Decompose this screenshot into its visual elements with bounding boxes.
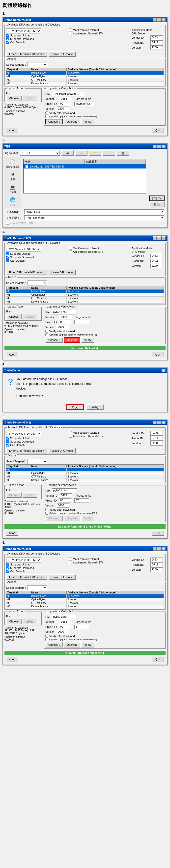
supports-download-check-5[interactable] <box>6 440 9 443</box>
upgrade-button-6[interactable]: Upgrade <box>64 642 80 648</box>
minimize-btn-3[interactable]: ─ <box>153 237 157 240</box>
readonly-check[interactable] <box>6 222 9 225</box>
upload-button-6[interactable]: Upload <box>23 619 37 624</box>
device-mode-select[interactable]: STM Device in DFU Mode <box>6 29 41 33</box>
device-mode-select-3[interactable]: STM Device in DFU Mode <box>6 247 41 252</box>
supports-download-check[interactable] <box>6 37 9 40</box>
sidebar-computer[interactable]: 💻 计算机 <box>5 183 20 195</box>
verify-after-check[interactable] <box>45 112 48 115</box>
upgrade-button-5[interactable]: Upgrade <box>64 516 80 521</box>
supports-download-check-6[interactable] <box>6 566 9 569</box>
choose-upload-button-6[interactable]: Choose <box>6 619 22 624</box>
verify-button-5[interactable]: Verify <box>81 516 94 521</box>
device-mode-select-5[interactable]: STM Device in DFU Mode <box>6 431 41 436</box>
supports-upload-check-6[interactable] <box>6 563 9 566</box>
can-detach-check-5[interactable] <box>6 443 9 446</box>
abort-button-6[interactable]: Abort <box>6 657 18 662</box>
filetype-select[interactable]: Dfu Files (*.dfu) <box>24 215 164 220</box>
upload-button-5[interactable]: Upload <box>23 492 37 498</box>
verify-after-check-3[interactable] <box>45 330 48 333</box>
quit-button-6[interactable]: Quit <box>152 657 164 662</box>
quit-button-5[interactable]: Quit <box>152 530 164 536</box>
upload-button[interactable]: Upload <box>23 96 37 101</box>
choose-upgrade-button-3[interactable]: Choose... <box>45 337 63 343</box>
list-view-btn[interactable]: ≡ <box>103 150 115 156</box>
upgrade-button-3[interactable]: Upgrade <box>64 337 80 343</box>
target-select-6[interactable] <box>28 585 47 590</box>
device-mode-select-6[interactable]: STM Device in DFU Mode <box>6 558 41 562</box>
leave-dfu-button[interactable]: Leave DFU mode <box>49 51 76 57</box>
target-select[interactable] <box>28 62 47 67</box>
open-button[interactable]: 打开(O) <box>149 195 165 201</box>
choose-upload-button[interactable]: Choose <box>6 96 22 101</box>
enter-dfu-button-5[interactable]: Enter DFU mode/HID detach <box>6 448 47 454</box>
leave-dfu-button-5[interactable]: Leave DFU mode <box>49 448 76 454</box>
optimize-check[interactable] <box>45 115 48 118</box>
quit-button[interactable]: Quit <box>152 128 164 133</box>
close-btn-3[interactable]: ✕ <box>162 237 166 240</box>
choose-upload-button-5[interactable]: Choose <box>6 492 22 498</box>
sidebar-desktop[interactable]: 🖥 桌面 <box>5 170 20 182</box>
accelerated-check-5[interactable] <box>69 435 72 438</box>
accelerated-check-3[interactable] <box>69 250 72 253</box>
optimize-check-3[interactable] <box>45 333 48 336</box>
maximize-btn[interactable]: □ <box>157 18 161 22</box>
manifestation-check-6[interactable] <box>69 558 72 560</box>
leave-dfu-button-3[interactable]: Leave DFU mode <box>49 270 76 275</box>
sidebar-recent[interactable]: 🕐 最近使用位置 <box>5 158 20 169</box>
leave-dfu-button-6[interactable]: Leave DFU mode <box>49 575 76 580</box>
enter-dfu-button[interactable]: Enter DFU mode/HID detach <box>6 51 47 57</box>
verify-button-3[interactable]: Verify <box>81 337 94 343</box>
abort-button[interactable]: Abort <box>6 128 18 133</box>
verify-button-6[interactable]: Verify <box>81 642 94 648</box>
accelerated-check-6[interactable] <box>69 561 72 564</box>
minimize-btn[interactable]: ─ <box>153 18 157 22</box>
maximize-btn-5[interactable]: □ <box>157 421 161 424</box>
minimize-btn-5[interactable]: ─ <box>153 421 157 424</box>
target-select-5[interactable] <box>28 459 47 464</box>
manifestation-check-5[interactable] <box>69 431 72 434</box>
choose-upload-button-3[interactable]: Choose <box>6 314 22 319</box>
close-btn-5[interactable]: ✕ <box>162 421 166 424</box>
maximize-btn-6[interactable]: □ <box>157 547 161 551</box>
optimize-check-6[interactable] <box>45 638 48 641</box>
no-button[interactable]: 否(N) <box>86 404 104 410</box>
enter-dfu-button-3[interactable]: Enter DFU mode/HID detach <box>6 270 47 275</box>
target-select-3[interactable] <box>28 280 47 285</box>
close-btn-4[interactable]: ✕ <box>162 369 166 372</box>
yes-button[interactable]: 是(Y) <box>66 404 84 410</box>
cancel-button[interactable]: 取消 <box>149 202 165 208</box>
enter-dfu-button-6[interactable]: Enter DFU mode/HID detach <box>6 575 47 580</box>
maximize-btn-3[interactable]: □ <box>157 237 161 240</box>
quit-button-3[interactable]: Quit <box>152 352 164 357</box>
supports-upload-check-3[interactable] <box>6 252 9 255</box>
close-btn[interactable]: ✕ <box>162 18 166 22</box>
upgrade-button[interactable]: Upgrade <box>64 119 80 124</box>
supports-upload-check-5[interactable] <box>6 437 9 440</box>
supports-upload-check[interactable] <box>6 34 9 37</box>
verify-after-check-6[interactable] <box>45 634 48 638</box>
verify-after-check-5[interactable] <box>45 508 48 511</box>
choose-upgrade-button[interactable]: Choose... <box>45 119 63 124</box>
file-row-selected[interactable]: 📄 pybv11.dfu 2017/3/24 18:43 <box>24 164 146 168</box>
supports-download-check-3[interactable] <box>6 256 9 259</box>
close-btn-2[interactable]: ✕ <box>162 145 166 148</box>
back-btn[interactable]: ◀ <box>61 150 74 156</box>
can-detach-check-6[interactable] <box>6 570 9 573</box>
sidebar-network[interactable]: 🌐 网络 <box>5 196 20 208</box>
can-detach-check[interactable] <box>6 41 9 44</box>
verify-button[interactable]: Verify <box>81 119 94 124</box>
optimize-check-5[interactable] <box>45 512 48 515</box>
up-btn[interactable]: ↑ <box>75 150 87 156</box>
manifestation-check-3[interactable] <box>69 247 72 250</box>
abort-button-3[interactable]: Abort <box>6 352 18 357</box>
minimize-btn-2[interactable]: ─ <box>153 145 157 148</box>
choose-upgrade-button-6[interactable]: Choose... <box>45 642 63 648</box>
can-detach-check-3[interactable] <box>6 259 9 262</box>
detail-view-btn[interactable]: ▤ <box>117 150 129 156</box>
look-in-select[interactable]: FTBl 1 <box>20 151 60 156</box>
choose-upgrade-button-5[interactable]: Choose... <box>45 516 63 521</box>
abort-button-5[interactable]: Abort <box>6 530 18 536</box>
close-btn-6[interactable]: ✕ <box>162 547 166 551</box>
upload-button-3[interactable]: Upload <box>23 314 37 319</box>
